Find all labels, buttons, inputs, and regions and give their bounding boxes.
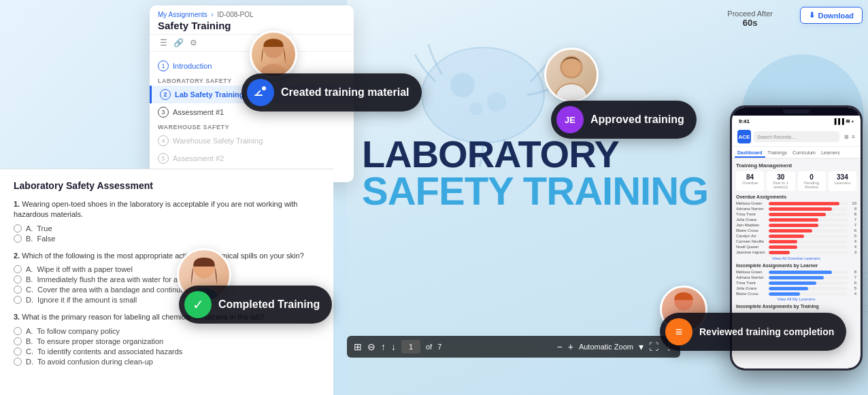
bar-row-2: Adriana Nerrier 9 bbox=[736, 207, 856, 211]
phone-search-placeholder: Search Records... bbox=[757, 135, 795, 139]
phone-view-all-link[interactable]: View All Overdue Learners bbox=[736, 256, 856, 260]
pdf-expand-icon[interactable]: ⛶ bbox=[649, 341, 658, 352]
phone-header-icon2[interactable]: ≡ bbox=[852, 134, 855, 140]
phone-status-bar: 9:41 ▐▐▐ ≋ ▪ bbox=[732, 116, 861, 127]
download-button[interactable]: ⬇ Download bbox=[800, 7, 863, 24]
phone-notch bbox=[783, 109, 810, 114]
badge-created-text: Created training material bbox=[281, 86, 410, 99]
pdf-zoom-minus-icon[interactable]: − bbox=[557, 341, 563, 352]
pdf-zoom-plus-icon[interactable]: + bbox=[568, 341, 573, 352]
phone-app-logo: ACE bbox=[737, 130, 751, 143]
phone-nav: Dashboard Trainings Curriculum Learners bbox=[732, 147, 861, 159]
stat-due-soon: 30 Due In 1 week(s) bbox=[767, 171, 795, 191]
stat-overdue: 84 Overdue bbox=[736, 171, 764, 191]
incomplete-bar-row-4: Julia Grace 5 bbox=[736, 286, 856, 290]
lms-title: Safety Training bbox=[158, 20, 346, 31]
pdf-up-icon[interactable]: ↑ bbox=[381, 341, 386, 352]
settings-icon[interactable]: ⚙ bbox=[188, 37, 199, 48]
phone-nav-learners[interactable]: Learners bbox=[818, 149, 843, 158]
radio-2c[interactable] bbox=[14, 286, 22, 294]
radio-1a[interactable] bbox=[14, 224, 22, 233]
bar-row-3: Trina Trent 8 bbox=[736, 212, 856, 216]
bar-row-7: Carolyn Art 5 bbox=[736, 234, 856, 238]
assessment-panel: Laboratory Safety Assessment 1. Wearing … bbox=[0, 169, 333, 395]
phone-stats-row: 84 Overdue 30 Due In 1 week(s) 0 Pending… bbox=[736, 171, 856, 191]
phone-nav-curriculum[interactable]: Curriculum bbox=[790, 149, 818, 158]
bar-row-4: Julia Grace 7 bbox=[736, 218, 856, 222]
proceed-after-container: Proceed After 60s bbox=[727, 10, 773, 28]
badge-approved-text: Approved training bbox=[590, 114, 684, 126]
radio-2d[interactable] bbox=[14, 296, 22, 304]
radio-1b[interactable] bbox=[14, 235, 22, 243]
slide-title-line2: SAFETY TRAINING bbox=[362, 169, 708, 213]
phone-search[interactable]: Search Records... bbox=[754, 131, 839, 142]
section-label-warehouse: WAREHOUSE SAFETY bbox=[150, 121, 354, 132]
option-1b[interactable]: B. False bbox=[14, 235, 320, 243]
course-item-warehouse[interactable]: 4 Warehouse Safety Training bbox=[150, 132, 354, 150]
pdf-zoom-label: Automatic Zoom bbox=[579, 343, 633, 351]
option-1a[interactable]: A. True bbox=[14, 224, 320, 233]
option-3b[interactable]: B. To ensure proper storage organization bbox=[14, 337, 320, 345]
radio-2a[interactable] bbox=[14, 265, 22, 273]
pdf-zoom-out-small-icon[interactable]: ⊖ bbox=[367, 341, 375, 352]
question-2-text: 2. Which of the following is the most ap… bbox=[14, 251, 320, 261]
badge-reviewed-text: Reviewed training completion bbox=[699, 326, 834, 337]
phone-notch-area bbox=[732, 107, 861, 116]
svg-point-6 bbox=[450, 73, 475, 97]
pdf-chevron-down-icon[interactable]: ▾ bbox=[639, 341, 644, 352]
phone-incomplete-by-training-title: Incomplete Assignments by Training bbox=[736, 304, 856, 309]
item-num-2: 2 bbox=[160, 89, 171, 100]
option-3d[interactable]: D. To avoid confusion during clean-up bbox=[14, 358, 320, 366]
svg-rect-24 bbox=[256, 90, 261, 95]
avatar-woman-lms bbox=[250, 31, 297, 78]
link-icon[interactable]: 🔗 bbox=[173, 37, 184, 48]
phone-incomplete-list: Melissa Green 8 Adriana Nerrier 7 Trina … bbox=[736, 270, 856, 296]
pdf-page-input[interactable] bbox=[401, 340, 420, 354]
pdf-fullscreen-icon[interactable]: ⊞ bbox=[354, 341, 362, 352]
option-2b[interactable]: B. Immediately flush the area with water… bbox=[14, 275, 320, 284]
lms-body: 1 Introduction LABORATORY SAFETY 2 Lab S… bbox=[150, 52, 354, 181]
badge-completed: ✓ Completed Training bbox=[179, 286, 332, 324]
radio-2b[interactable] bbox=[14, 275, 22, 284]
item-num-1: 1 bbox=[158, 61, 169, 71]
incomplete-bar-row-3: Trina Trent 6 bbox=[736, 281, 856, 285]
pdf-total-pages: 7 bbox=[437, 343, 441, 351]
option-3a[interactable]: A. To follow company policy bbox=[14, 327, 320, 335]
svg-point-7 bbox=[487, 92, 506, 111]
breadcrumb: My Assignments › ID-008-POL bbox=[158, 11, 346, 18]
option-3c[interactable]: C. To identify contents and associated h… bbox=[14, 347, 320, 356]
incomplete-bar-row-5: Blaire Cross 4 bbox=[736, 292, 856, 296]
svg-point-25 bbox=[262, 86, 266, 90]
phone-nav-trainings[interactable]: Trainings bbox=[765, 149, 790, 158]
svg-point-8 bbox=[469, 102, 483, 116]
radio-3d[interactable] bbox=[14, 358, 22, 366]
question-1: 1. Wearing open-toed shoes in the labora… bbox=[14, 199, 320, 243]
breadcrumb-parent[interactable]: My Assignments bbox=[158, 11, 207, 18]
course-item-assessment2[interactable]: 5 Assessment #2 bbox=[150, 150, 354, 167]
bar-row-6: Blaire Cross 6 bbox=[736, 228, 856, 233]
item-num-4: 4 bbox=[158, 135, 169, 146]
phone-header-icon1[interactable]: ⊞ bbox=[844, 134, 849, 140]
badge-approved-icon: JE bbox=[556, 106, 584, 133]
radio-3a[interactable] bbox=[14, 327, 22, 335]
phone-overdue-list: Melissa Green 10 Adriana Nerrier 9 Trina… bbox=[736, 201, 856, 254]
pdf-down-icon[interactable]: ↓ bbox=[391, 341, 396, 352]
option-2a[interactable]: A. Wipe it off with a paper towel bbox=[14, 265, 320, 273]
radio-3b[interactable] bbox=[14, 337, 22, 345]
phone-time: 9:41 bbox=[739, 118, 750, 124]
stat-learners: 334 Learners bbox=[829, 171, 856, 191]
bar-row-10: Jasmine Ingram 3 bbox=[736, 250, 856, 254]
badge-completed-text: Completed Training bbox=[218, 298, 320, 311]
avatar-man-svg bbox=[546, 50, 597, 100]
menu-icon[interactable]: ☰ bbox=[158, 37, 169, 48]
download-label: Download bbox=[818, 12, 854, 20]
radio-3c[interactable] bbox=[14, 347, 22, 356]
bar-row-8: Carmen Neville 4 bbox=[736, 239, 856, 243]
badge-reviewed: ≡ Reviewed training completion bbox=[660, 313, 846, 351]
pdf-toolbar: ⊞ ⊖ ↑ ↓ of 7 − + Automatic Zoom ▾ ⛶ ⋮ bbox=[347, 336, 680, 358]
phone-nav-dashboard[interactable]: Dashboard bbox=[735, 149, 765, 158]
phone-view-all-learners-link[interactable]: View All My Learners bbox=[736, 297, 856, 301]
incomplete-bar-row-1: Melissa Green 8 bbox=[736, 270, 856, 274]
badge-completed-icon: ✓ bbox=[184, 291, 212, 318]
phone-incomplete-title: Incomplete Assignments by Learner bbox=[736, 263, 856, 268]
